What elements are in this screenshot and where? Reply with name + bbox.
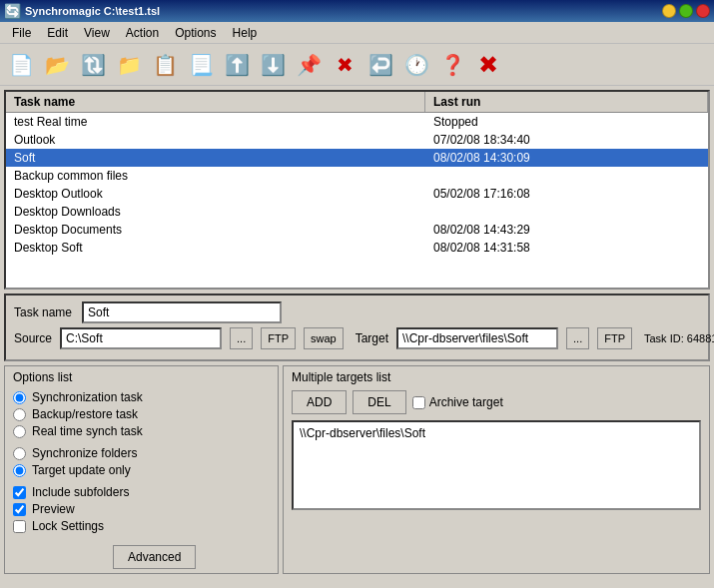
task-list-rows: test Real time Stopped Outlook 07/02/08 … — [6, 113, 708, 257]
task-list-header: Task name Last run — [6, 92, 708, 113]
task-cell-name: test Real time — [14, 115, 433, 129]
radio-target-update[interactable]: Target update only — [13, 463, 270, 477]
toolbar: 📄 📂 🔃 📁 📋 📃 ⬆️ ⬇️ 📌 ✖ ↩️ 🕐 ❓ ✖ — [0, 44, 714, 86]
task-cell-lastrun: 05/02/08 17:16:08 — [433, 187, 700, 201]
app-icon: 🔄 — [4, 3, 21, 19]
radio-backup-task[interactable]: Backup/restore task — [13, 407, 270, 421]
menu-action[interactable]: Action — [118, 24, 167, 42]
options-panel: Options list Synchronization task Backup… — [4, 365, 279, 574]
task-cell-lastrun: 07/02/08 18:34:40 — [433, 133, 700, 147]
check-include-subfolders[interactable]: Include subfolders — [13, 485, 270, 499]
task-row[interactable]: Desktop Soft 08/02/08 14:31:58 — [6, 239, 708, 257]
col-header-lastrun: Last run — [425, 92, 708, 112]
del-target-button[interactable]: DEL — [353, 390, 405, 414]
maximize-button[interactable] — [679, 4, 693, 18]
window-title: Synchromagic C:\test1.tsl — [25, 5, 160, 17]
menu-help[interactable]: Help — [225, 24, 266, 42]
task-row[interactable]: Soft 08/02/08 14:30:09 — [6, 149, 708, 167]
task-row[interactable]: Desktop Outlook 05/02/08 17:16:08 — [6, 185, 708, 203]
task-cell-lastrun — [433, 205, 700, 219]
menu-file[interactable]: File — [4, 24, 39, 42]
toolbar-undo[interactable]: ↩️ — [363, 48, 397, 82]
task-cell-name: Desktop Downloads — [14, 205, 433, 219]
swap-button[interactable]: swap — [304, 327, 344, 349]
main-content: Task name Last run test Real time Stoppe… — [0, 86, 714, 578]
target-ftp-button[interactable]: FTP — [597, 327, 632, 349]
task-list-container: Task name Last run test Real time Stoppe… — [4, 90, 710, 290]
task-row[interactable]: Backup common files — [6, 167, 708, 185]
radio-sync-folders[interactable]: Synchronize folders — [13, 446, 270, 460]
bottom-panels: Options list Synchronization task Backup… — [4, 365, 710, 574]
sync-mode-group: Synchronize folders Target update only — [13, 446, 270, 477]
task-cell-name: Desktop Soft — [14, 241, 433, 255]
task-cell-lastrun: 08/02/08 14:30:09 — [433, 151, 700, 165]
source-browse-button[interactable]: ... — [230, 327, 253, 349]
source-label: Source — [14, 331, 52, 345]
task-cell-lastrun: 08/02/08 14:31:58 — [433, 241, 700, 255]
minimize-button[interactable] — [662, 4, 676, 18]
task-row[interactable]: Desktop Downloads — [6, 203, 708, 221]
source-input[interactable] — [60, 327, 222, 349]
title-bar-controls[interactable] — [662, 4, 710, 18]
task-cell-name: Desktop Documents — [14, 223, 433, 237]
task-name-label: Task name — [14, 305, 74, 319]
toolbar-page[interactable]: 📃 — [184, 48, 218, 82]
task-row[interactable]: Outlook 07/02/08 18:34:40 — [6, 131, 708, 149]
targets-toolbar: ADD DEL Archive target — [292, 390, 701, 414]
task-cell-name: Backup common files — [14, 169, 433, 183]
task-cell-lastrun — [433, 169, 700, 183]
toolbar-upload[interactable]: ⬆️ — [220, 48, 254, 82]
toolbar-download[interactable]: ⬇️ — [256, 48, 290, 82]
check-lock-settings[interactable]: Lock Settings — [13, 519, 270, 533]
toolbar-refresh[interactable]: 🔃 — [76, 48, 110, 82]
task-row[interactable]: Desktop Documents 08/02/08 14:43:29 — [6, 221, 708, 239]
targets-panel-title: Multiple targets list — [292, 370, 701, 384]
archive-target-check[interactable]: Archive target — [412, 395, 503, 409]
menu-view[interactable]: View — [76, 24, 118, 42]
col-header-task: Task name — [6, 92, 425, 112]
radio-sync-task[interactable]: Synchronization task — [13, 390, 270, 404]
task-cell-name: Soft — [14, 151, 433, 165]
toolbar-schedule[interactable]: 🕐 — [399, 48, 433, 82]
task-detail: Task name Source ... FTP swap Target ...… — [4, 294, 710, 361]
close-button[interactable] — [696, 4, 710, 18]
target-item[interactable]: \\Cpr-dbserver\files\Soft — [296, 424, 697, 442]
target-label: Target — [356, 331, 388, 345]
toolbar-delete[interactable]: ✖ — [328, 48, 361, 82]
source-ftp-button[interactable]: FTP — [261, 327, 296, 349]
target-browse-button[interactable]: ... — [566, 327, 589, 349]
toolbar-folder[interactable]: 📁 — [112, 48, 146, 82]
add-target-button[interactable]: ADD — [292, 390, 347, 414]
source-target-row: Source ... FTP swap Target ... FTP Task … — [14, 327, 700, 349]
task-row[interactable]: test Real time Stopped — [6, 113, 708, 131]
title-bar-left: 🔄 Synchromagic C:\test1.tsl — [4, 3, 160, 19]
advanced-button[interactable]: Advanced — [113, 545, 196, 569]
task-cell-lastrun: 08/02/08 14:43:29 — [433, 223, 700, 237]
checkboxes-group: Include subfolders Preview Lock Settings — [13, 485, 270, 533]
task-cell-name: Desktop Outlook — [14, 187, 433, 201]
title-bar: 🔄 Synchromagic C:\test1.tsl — [0, 0, 714, 22]
task-cell-lastrun: Stopped — [433, 115, 700, 129]
target-input[interactable] — [396, 327, 558, 349]
options-panel-title: Options list — [13, 370, 270, 384]
menu-options[interactable]: Options — [167, 24, 224, 42]
task-id-label: Task ID: 6488199 — [644, 332, 714, 344]
toolbar-open[interactable]: 📂 — [40, 48, 74, 82]
toolbar-copy[interactable]: 📋 — [148, 48, 182, 82]
menu-edit[interactable]: Edit — [39, 24, 76, 42]
toolbar-exit[interactable]: ✖ — [471, 48, 505, 82]
task-name-input[interactable] — [82, 301, 282, 323]
task-cell-name: Outlook — [14, 133, 433, 147]
targets-list: \\Cpr-dbserver\files\Soft — [292, 420, 701, 510]
check-preview[interactable]: Preview — [13, 502, 270, 516]
menu-bar: File Edit View Action Options Help — [0, 22, 714, 44]
targets-panel: Multiple targets list ADD DEL Archive ta… — [283, 365, 710, 574]
radio-realtime-task[interactable]: Real time synch task — [13, 424, 270, 438]
toolbar-star[interactable]: 📌 — [292, 48, 326, 82]
task-type-group: Synchronization task Backup/restore task… — [13, 390, 270, 438]
toolbar-new[interactable]: 📄 — [4, 48, 38, 82]
task-name-row: Task name — [14, 301, 700, 323]
toolbar-help[interactable]: ❓ — [435, 48, 469, 82]
